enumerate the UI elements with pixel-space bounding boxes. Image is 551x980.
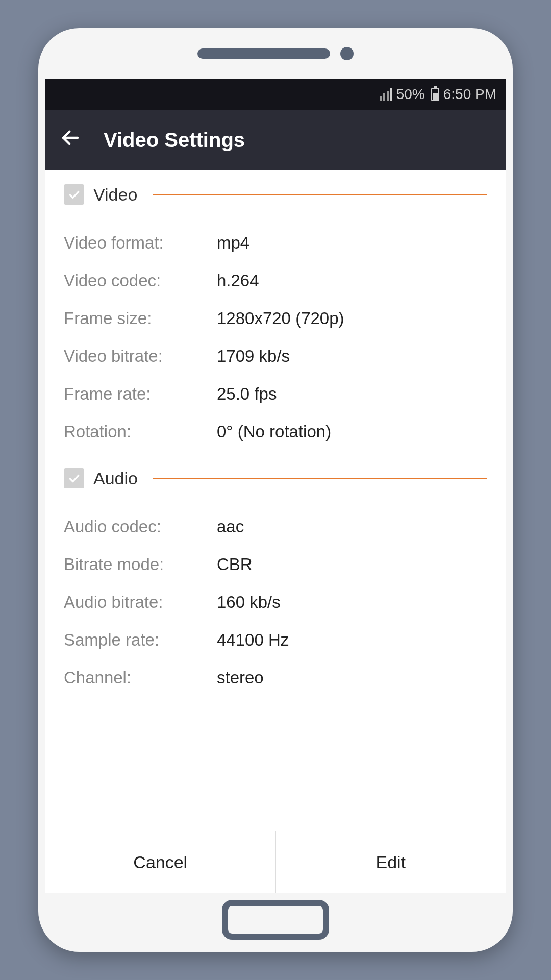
row-label: Channel: <box>64 668 217 688</box>
row-value: mp4 <box>217 233 249 253</box>
screen: 50% 6:50 PM Video Settings Video Video f… <box>45 79 506 893</box>
row-value: 0° (No rotation) <box>217 422 331 442</box>
battery-text: 50% <box>396 86 425 103</box>
row-value: h.264 <box>217 271 259 290</box>
cancel-button[interactable]: Cancel <box>45 831 276 893</box>
audio-checkbox[interactable] <box>64 468 84 488</box>
row-audio-codec[interactable]: Audio codec: aac <box>64 508 487 546</box>
row-label: Video format: <box>64 233 217 253</box>
video-section-header: Video <box>64 184 487 205</box>
row-value: CBR <box>217 555 253 574</box>
video-checkbox[interactable] <box>64 184 84 205</box>
check-icon <box>67 472 81 485</box>
video-section-title: Video <box>93 185 137 205</box>
edit-button[interactable]: Edit <box>276 831 506 893</box>
status-time: 6:50 PM <box>443 86 496 103</box>
phone-camera <box>340 47 354 60</box>
battery-icon <box>431 88 439 101</box>
row-video-codec[interactable]: Video codec: h.264 <box>64 262 487 300</box>
row-value: 25.0 fps <box>217 384 277 404</box>
row-rotation[interactable]: Rotation: 0° (No rotation) <box>64 413 487 451</box>
page-title: Video Settings <box>104 129 245 152</box>
row-label: Audio codec: <box>64 517 217 536</box>
row-value: stereo <box>217 668 264 688</box>
audio-section-header: Audio <box>64 468 487 488</box>
check-icon <box>67 188 81 201</box>
divider <box>153 194 487 195</box>
row-value: aac <box>217 517 244 536</box>
row-label: Video codec: <box>64 271 217 290</box>
phone-frame: 50% 6:50 PM Video Settings Video Video f… <box>38 28 513 952</box>
row-label: Rotation: <box>64 422 217 442</box>
row-label: Sample rate: <box>64 630 217 650</box>
row-sample-rate[interactable]: Sample rate: 44100 Hz <box>64 621 487 659</box>
status-bar: 50% 6:50 PM <box>45 79 506 110</box>
bottom-action-bar: Cancel Edit <box>45 831 506 893</box>
phone-home-button[interactable] <box>222 900 329 940</box>
arrow-left-icon <box>60 127 81 149</box>
row-value: 1709 kb/s <box>217 347 290 366</box>
row-label: Video bitrate: <box>64 347 217 366</box>
row-channel[interactable]: Channel: stereo <box>64 659 487 697</box>
row-frame-rate[interactable]: Frame rate: 25.0 fps <box>64 375 487 413</box>
app-bar: Video Settings <box>45 110 506 170</box>
signal-icon <box>380 88 392 101</box>
row-bitrate-mode[interactable]: Bitrate mode: CBR <box>64 546 487 583</box>
phone-speaker <box>197 48 330 59</box>
audio-section-title: Audio <box>93 469 138 488</box>
back-button[interactable] <box>60 127 81 153</box>
row-label: Frame size: <box>64 309 217 328</box>
row-value: 1280x720 (720p) <box>217 309 344 328</box>
row-label: Frame rate: <box>64 384 217 404</box>
row-video-format[interactable]: Video format: mp4 <box>64 224 487 262</box>
phone-hardware-top <box>38 28 513 79</box>
row-value: 160 kb/s <box>217 593 281 612</box>
settings-content[interactable]: Video Video format: mp4 Video codec: h.2… <box>45 170 506 831</box>
row-label: Bitrate mode: <box>64 555 217 574</box>
row-frame-size[interactable]: Frame size: 1280x720 (720p) <box>64 300 487 337</box>
row-audio-bitrate[interactable]: Audio bitrate: 160 kb/s <box>64 583 487 621</box>
row-video-bitrate[interactable]: Video bitrate: 1709 kb/s <box>64 337 487 375</box>
row-label: Audio bitrate: <box>64 593 217 612</box>
divider <box>153 478 487 479</box>
row-value: 44100 Hz <box>217 630 289 650</box>
